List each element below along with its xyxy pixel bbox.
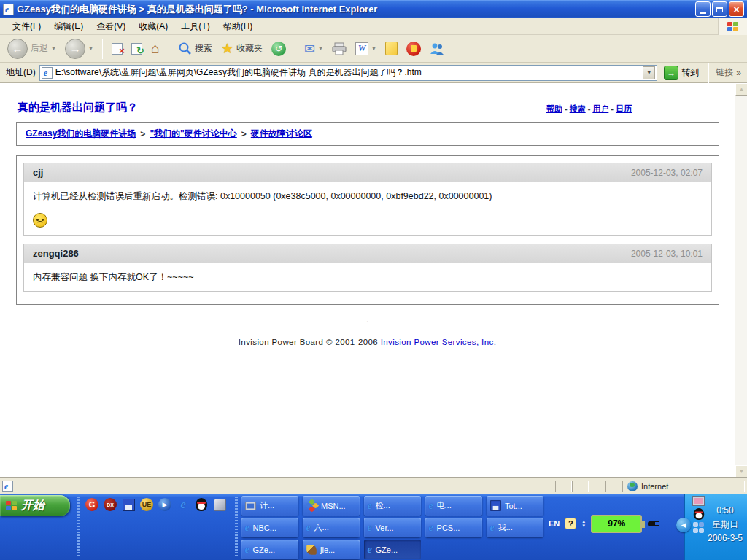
menu-edit[interactable]: 编辑(E) (47, 18, 90, 35)
scroll-up-icon[interactable]: ▲ (735, 83, 747, 96)
breadcrumb-category[interactable]: "我们的"硬件讨论中心 (150, 128, 236, 140)
topic-title-link[interactable]: 真的是机器出问题了吗？ (18, 101, 138, 114)
task-button[interactable]: eVer... (364, 518, 421, 537)
toolbar-separator (169, 39, 169, 59)
ultraedit-icon[interactable]: UE (139, 497, 154, 512)
restore-button[interactable] (712, 1, 727, 17)
menu-tools[interactable]: 工具(T) (174, 18, 216, 35)
address-input[interactable]: e E:\software\系统\蓝屏问题\蓝屏网页\GZeasy我们的电脑硬件… (39, 65, 658, 81)
edit-with-word-button[interactable]: W ▼ (352, 41, 379, 57)
task-button[interactable]: eNBC... (241, 518, 298, 537)
board-footer: Invision Power Board © 2001-2006 Invisio… (0, 338, 735, 346)
start-button[interactable]: 开始 (0, 495, 70, 516)
word-icon: W (355, 42, 368, 55)
address-dropdown-icon[interactable]: ▼ (643, 66, 655, 79)
power-plug-icon (647, 518, 659, 529)
desktop: e GZeasy我们的电脑硬件讲场 > 真的是机器出问题了吗? - Micros… (0, 0, 747, 560)
yellow-note-icon (385, 42, 398, 55)
favorites-star-icon: ★ (221, 40, 233, 57)
language-indicator[interactable]: EN (549, 519, 560, 528)
go-button[interactable]: → 转到 (661, 65, 702, 81)
messenger-button[interactable] (427, 41, 447, 57)
battery-indicator[interactable]: 97% (591, 515, 642, 533)
tray-qq-icon[interactable] (693, 508, 703, 520)
red-disc-icon (406, 42, 421, 56)
stop-button[interactable]: × (109, 42, 125, 56)
favorites-button[interactable]: ★ 收藏夹 (218, 39, 266, 58)
task-button[interactable]: ePCS... (425, 518, 482, 537)
breadcrumb: GZeasy我们的电脑硬件讲场 > "我们的"硬件讨论中心 > 硬件故障讨论区 (16, 122, 719, 146)
blue-floppy-icon[interactable] (121, 497, 136, 512)
task-button[interactable]: jie... (303, 540, 360, 559)
mail-button[interactable]: ✉ ▼ (301, 39, 326, 58)
menu-help[interactable]: 帮助(H) (217, 18, 260, 35)
task-buttons: 计... MSN... e检... e电... Tot... eNBC... e… (241, 496, 546, 559)
print-button[interactable] (329, 41, 349, 57)
task-button[interactable]: e六... (303, 518, 360, 537)
task-button[interactable]: eGZe... (241, 540, 298, 559)
gray-app-icon[interactable] (212, 497, 227, 512)
status-panel (555, 481, 572, 492)
help-link[interactable]: 帮助 (546, 104, 562, 113)
breadcrumb-subforum[interactable]: 硬件故障讨论区 (251, 128, 312, 140)
post-author: zengqi286 (33, 248, 79, 259)
menu-file[interactable]: 文件(F) (6, 18, 47, 35)
media-player-icon[interactable]: ▶ (158, 497, 172, 512)
home-button[interactable]: ⌂ (148, 39, 163, 58)
task-button-active[interactable]: eGZe... (364, 540, 421, 559)
tray-puzzle-icon[interactable] (693, 522, 704, 533)
menu-view[interactable]: 查看(V) (90, 18, 132, 35)
clock-time: 0:50 (716, 505, 733, 516)
breadcrumb-forum-root[interactable]: GZeasy我们的电脑硬件讲场 (26, 128, 136, 140)
search-link[interactable]: 搜索 (570, 104, 586, 113)
tray-clock[interactable]: 0:50 星期日 2006-3-5 (708, 504, 743, 545)
topic-posts-container: cjj 2005-12-03, 02:07 计算机已经从检测错误后重新启动。检测… (16, 155, 719, 305)
ie-icon: e (429, 521, 433, 534)
task-button[interactable]: e检... (364, 496, 421, 516)
refresh-button[interactable]: ↻ (128, 42, 145, 56)
internet-globe-icon (627, 481, 638, 491)
total-commander-icon (490, 500, 500, 510)
close-button[interactable]: × (729, 1, 744, 17)
taskband-handle[interactable] (235, 497, 238, 558)
paint-app-icon (306, 545, 317, 555)
red-swirl-icon[interactable]: G (85, 497, 99, 512)
members-link[interactable]: 用户 (592, 104, 608, 113)
links-chevron-icon[interactable]: » (736, 68, 741, 78)
mail-dropdown-icon[interactable]: ▼ (318, 46, 323, 51)
back-icon: ← (7, 39, 28, 59)
task-button[interactable]: MSN... (303, 496, 360, 516)
tray-monitor-icon[interactable] (692, 496, 705, 506)
dark-red-ball-icon[interactable]: DX (103, 497, 117, 512)
calendar-link[interactable]: 日历 (616, 104, 632, 113)
edit-dropdown-icon[interactable]: ▼ (371, 46, 376, 51)
invision-link[interactable]: Invision Power Services, Inc. (381, 338, 497, 346)
task-button[interactable]: 计... (241, 496, 298, 516)
forward-dropdown-icon[interactable]: ▼ (88, 46, 93, 51)
vertical-scrollbar[interactable]: ▲ ▼ (735, 83, 747, 478)
quicklaunch-handle[interactable] (77, 497, 80, 558)
menu-favorites[interactable]: 收藏(A) (132, 18, 174, 35)
status-bar: e Internet (0, 478, 747, 494)
ime-arrows-icon[interactable]: ▲▼ (581, 519, 586, 528)
minimize-button[interactable] (695, 1, 711, 17)
address-value[interactable]: E:\software\系统\蓝屏问题\蓝屏网页\GZeasy我们的电脑硬件讲场… (55, 66, 640, 79)
back-dropdown-icon[interactable]: ▼ (51, 46, 56, 51)
back-button[interactable]: ← 后退 ▼ (4, 37, 59, 61)
tray-collapse-icon[interactable]: ◀ (676, 518, 691, 532)
qq-icon[interactable] (194, 497, 209, 512)
task-button[interactable]: Tot... (487, 496, 543, 516)
scroll-down-icon[interactable]: ▼ (735, 465, 747, 478)
refresh-icon: ↻ (131, 43, 142, 55)
discuss-button[interactable] (382, 40, 400, 57)
links-toolbar[interactable]: 链接 » (716, 66, 744, 79)
post-body: 内存兼容问题 换下内存就OK了！~~~~~ (24, 263, 711, 291)
search-button[interactable]: 搜索 (175, 40, 215, 57)
internet-explorer-icon[interactable]: e (176, 497, 190, 512)
forward-button[interactable]: → ▼ (62, 37, 96, 61)
task-button[interactable]: e我... (487, 518, 543, 537)
red-app-button[interactable] (403, 40, 424, 58)
task-button[interactable]: e电... (425, 496, 482, 516)
ime-help-icon[interactable]: ? (565, 518, 576, 529)
history-button[interactable]: ↺ (268, 40, 289, 58)
